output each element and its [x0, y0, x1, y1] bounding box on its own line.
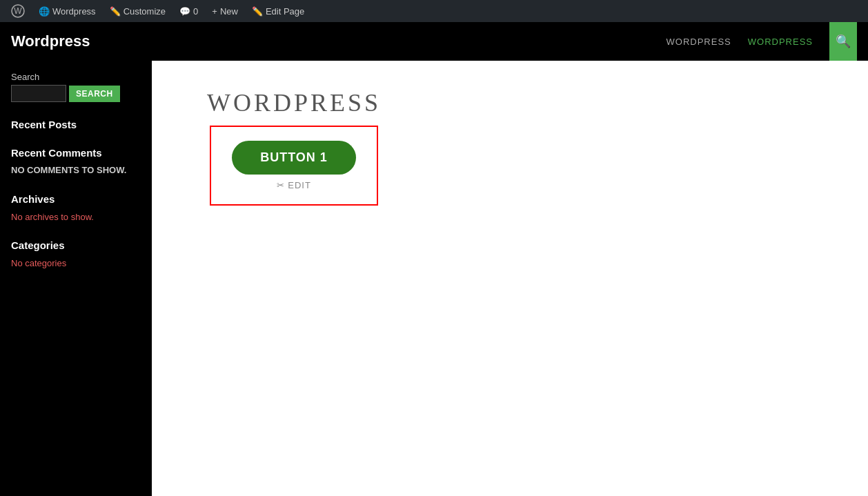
sidebar-categories: Categories No categories	[11, 239, 141, 269]
nav-item-wordpress-active[interactable]: WORDPRESS	[748, 37, 813, 47]
recent-posts-title: Recent Posts	[11, 119, 141, 130]
globe-icon: 🌐	[39, 6, 50, 17]
search-button[interactable]: SEARCH	[69, 86, 120, 102]
search-row: SEARCH	[11, 85, 141, 102]
main-content: WORDPRESS BUTTON 1 ✂ EDIT	[152, 61, 868, 496]
button-1[interactable]: BUTTON 1	[232, 141, 356, 175]
sidebar-archives: Archives No archives to show.	[11, 193, 141, 223]
edit-page-link[interactable]: ✏️ Edit Page	[246, 0, 310, 22]
recent-comments-title: Recent Comments	[11, 147, 141, 159]
plus-icon: +	[212, 6, 217, 17]
main-layout: Search SEARCH Recent Posts Recent Commen…	[0, 22, 868, 496]
site-title[interactable]: Wordpress	[11, 32, 90, 50]
page-heading: WORDPRESS	[207, 88, 381, 117]
scissors-icon: ✂	[277, 180, 285, 190]
new-link[interactable]: + New	[206, 0, 244, 22]
svg-text:W: W	[14, 6, 22, 16]
content-area: WORDPRESS BUTTON 1 ✂ EDIT	[207, 88, 381, 206]
nav-item-wordpress[interactable]: WORDPRESS	[667, 37, 731, 47]
site-header: Wordpress WORDPRESS WORDPRESS 🔍	[0, 22, 868, 61]
search-label: Search	[11, 72, 141, 82]
comments-link[interactable]: 💬 0	[174, 0, 204, 22]
button-block: BUTTON 1 ✂ EDIT	[210, 126, 378, 206]
edit-label: EDIT	[288, 180, 311, 190]
sidebar-recent-comments: Recent Comments NO COMMENTS TO SHOW.	[11, 147, 141, 177]
comments-count: 0	[193, 6, 198, 17]
customize-label: Customize	[124, 6, 166, 17]
customize-icon: ✏️	[110, 6, 121, 17]
no-archives-link[interactable]: No archives to show.	[11, 212, 94, 222]
archives-title: Archives	[11, 193, 141, 205]
sidebar-recent-posts: Recent Posts	[11, 119, 141, 130]
wordpress-admin-link[interactable]: 🌐 Wordpress	[33, 0, 101, 22]
no-categories-link[interactable]: No categories	[11, 258, 66, 268]
categories-title: Categories	[11, 239, 141, 251]
edit-link[interactable]: ✂ EDIT	[277, 180, 311, 190]
sidebar: Search SEARCH Recent Posts Recent Commen…	[0, 61, 152, 496]
header-search-button[interactable]: 🔍	[829, 22, 857, 61]
wordpress-admin-label: Wordpress	[52, 6, 96, 17]
sidebar-search-section: Search SEARCH	[11, 72, 141, 102]
comments-icon: 💬	[179, 6, 190, 17]
customize-link[interactable]: ✏️ Customize	[104, 0, 171, 22]
search-icon: 🔍	[836, 34, 851, 49]
search-input[interactable]	[11, 85, 66, 102]
no-comments-text: NO COMMENTS TO SHOW.	[11, 164, 141, 177]
edit-page-label: Edit Page	[266, 6, 304, 17]
wp-logo-icon[interactable]: W	[6, 0, 30, 22]
new-label: New	[220, 6, 238, 17]
site-nav: WORDPRESS WORDPRESS 🔍	[667, 22, 857, 61]
admin-bar: W 🌐 Wordpress ✏️ Customize 💬 0 + New ✏️ …	[0, 0, 868, 22]
edit-page-icon: ✏️	[252, 6, 263, 17]
